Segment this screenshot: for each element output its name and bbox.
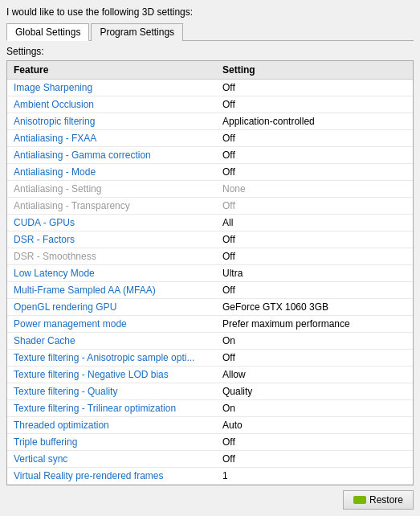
- setting-cell: Off: [216, 130, 413, 147]
- table-scroll[interactable]: Feature Setting Image SharpeningOffAmbie…: [7, 61, 413, 485]
- restore-label: Restore: [369, 494, 403, 506]
- feature-cell: Triple buffering: [7, 434, 216, 451]
- setting-cell: Off: [216, 96, 413, 113]
- feature-cell: Antialiasing - Gamma correction: [7, 147, 216, 164]
- bottom-bar: Restore: [6, 485, 414, 510]
- setting-cell: Off: [216, 164, 413, 181]
- column-header-setting: Setting: [216, 61, 413, 80]
- column-header-feature: Feature: [7, 61, 216, 80]
- feature-cell: Texture filtering - Trilinear optimizati…: [7, 400, 216, 417]
- table-row[interactable]: Antialiasing - TransparencyOff: [7, 198, 413, 215]
- restore-button[interactable]: Restore: [343, 490, 414, 510]
- feature-cell: DSR - Smoothness: [7, 248, 216, 265]
- feature-cell: OpenGL rendering GPU: [7, 299, 216, 316]
- tab-global-settings[interactable]: Global Settings: [6, 23, 89, 41]
- setting-cell: On: [216, 400, 413, 417]
- setting-cell: Quality: [216, 383, 413, 400]
- feature-cell: Texture filtering - Negative LOD bias: [7, 367, 216, 383]
- feature-cell: Vertical sync: [7, 451, 216, 468]
- setting-cell: Off: [216, 80, 413, 96]
- table-row[interactable]: Low Latency ModeUltra: [7, 265, 413, 282]
- setting-cell: Prefer maximum performance: [216, 316, 413, 333]
- table-row[interactable]: Triple bufferingOff: [7, 434, 413, 451]
- table-row[interactable]: DSR - SmoothnessOff: [7, 248, 413, 265]
- feature-cell: Antialiasing - Transparency: [7, 198, 216, 215]
- feature-cell: Antialiasing - Mode: [7, 164, 216, 181]
- setting-cell: Off: [216, 434, 413, 451]
- feature-cell: Low Latency Mode: [7, 265, 216, 282]
- table-row[interactable]: Antialiasing - SettingNone: [7, 181, 413, 198]
- header-text: I would like to use the following 3D set…: [6, 6, 414, 18]
- table-row[interactable]: Antialiasing - Gamma correctionOff: [7, 147, 413, 164]
- feature-cell: Power management mode: [7, 316, 216, 333]
- feature-cell: Multi-Frame Sampled AA (MFAA): [7, 282, 216, 299]
- setting-cell: None: [216, 181, 413, 198]
- feature-cell: Texture filtering - Anisotropic sample o…: [7, 350, 216, 367]
- settings-label: Settings:: [6, 46, 414, 57]
- feature-cell: Antialiasing - Setting: [7, 181, 216, 198]
- table-row[interactable]: Threaded optimizationAuto: [7, 417, 413, 434]
- table-row[interactable]: Vertical syncOff: [7, 451, 413, 468]
- setting-cell: Off: [216, 350, 413, 367]
- setting-cell: 1: [216, 468, 413, 485]
- feature-cell: Texture filtering - Quality: [7, 383, 216, 400]
- table-row[interactable]: Image SharpeningOff: [7, 80, 413, 96]
- table-row[interactable]: Virtual Reality pre-rendered frames1: [7, 468, 413, 485]
- setting-cell: On: [216, 333, 413, 350]
- setting-cell: Off: [216, 231, 413, 248]
- feature-cell: DSR - Factors: [7, 231, 216, 248]
- feature-cell: Ambient Occlusion: [7, 96, 216, 113]
- setting-cell: Off: [216, 147, 413, 164]
- table-row[interactable]: Shader CacheOn: [7, 333, 413, 350]
- table-body: Image SharpeningOffAmbient OcclusionOffA…: [7, 80, 413, 485]
- table-row[interactable]: Multi-Frame Sampled AA (MFAA)Off: [7, 282, 413, 299]
- table-row[interactable]: DSR - FactorsOff: [7, 231, 413, 248]
- setting-cell: All: [216, 215, 413, 231]
- table-row[interactable]: Anisotropic filteringApplication-control…: [7, 113, 413, 130]
- setting-cell: Off: [216, 282, 413, 299]
- table-container: Feature Setting Image SharpeningOffAmbie…: [6, 60, 414, 485]
- setting-cell: Off: [216, 198, 413, 215]
- tabs-container: Global Settings Program Settings: [6, 23, 414, 41]
- setting-cell: Auto: [216, 417, 413, 434]
- table-row[interactable]: Antialiasing - FXAAOff: [7, 130, 413, 147]
- setting-cell: Off: [216, 451, 413, 468]
- table-row[interactable]: OpenGL rendering GPUGeForce GTX 1060 3GB: [7, 299, 413, 316]
- table-row[interactable]: Texture filtering - Anisotropic sample o…: [7, 350, 413, 367]
- table-header-row: Feature Setting: [7, 61, 413, 80]
- feature-cell: Shader Cache: [7, 333, 216, 350]
- tab-program-settings[interactable]: Program Settings: [91, 23, 183, 41]
- setting-cell: Off: [216, 248, 413, 265]
- feature-cell: CUDA - GPUs: [7, 215, 216, 231]
- setting-cell: Application-controlled: [216, 113, 413, 130]
- table-row[interactable]: CUDA - GPUsAll: [7, 215, 413, 231]
- setting-cell: Allow: [216, 367, 413, 383]
- setting-cell: GeForce GTX 1060 3GB: [216, 299, 413, 316]
- table-row[interactable]: Ambient OcclusionOff: [7, 96, 413, 113]
- feature-cell: Image Sharpening: [7, 80, 216, 96]
- table-row[interactable]: Texture filtering - QualityQuality: [7, 383, 413, 400]
- table-row[interactable]: Texture filtering - Trilinear optimizati…: [7, 400, 413, 417]
- feature-cell: Anisotropic filtering: [7, 113, 216, 130]
- setting-cell: Ultra: [216, 265, 413, 282]
- feature-cell: Threaded optimization: [7, 417, 216, 434]
- table-row[interactable]: Power management modePrefer maximum perf…: [7, 316, 413, 333]
- feature-cell: Antialiasing - FXAA: [7, 130, 216, 147]
- feature-cell: Virtual Reality pre-rendered frames: [7, 468, 216, 485]
- table-row[interactable]: Texture filtering - Negative LOD biasAll…: [7, 367, 413, 383]
- outer-panel: I would like to use the following 3D set…: [0, 0, 420, 516]
- nvidia-icon: [353, 496, 366, 504]
- settings-table: Feature Setting Image SharpeningOffAmbie…: [7, 61, 413, 485]
- table-row[interactable]: Antialiasing - ModeOff: [7, 164, 413, 181]
